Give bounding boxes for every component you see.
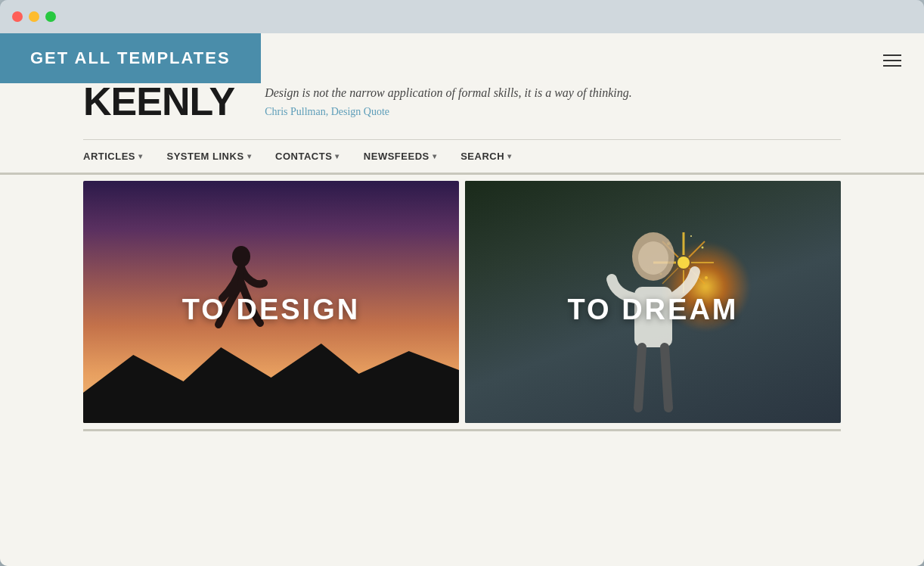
nav-label-contacts: CONTACTS <box>275 151 332 162</box>
bottom-divider <box>83 429 841 431</box>
tagline-author[interactable]: Chris Pullman, Design Quote <box>265 106 841 118</box>
nav-chevron-search: ▾ <box>507 152 512 160</box>
nav-chevron-system-links: ▾ <box>247 152 252 160</box>
browser-content: GET ALL TEMPLATES KEENLY Design is not t… <box>0 33 924 566</box>
panel-right-overlay-text: TO DREAM <box>568 294 739 326</box>
banner-text: GET ALL TEMPLATES <box>30 48 231 67</box>
image-panel-right[interactable]: TO DREAM <box>465 181 841 423</box>
nav-chevron-articles: ▾ <box>138 152 143 160</box>
tagline-text: Design is not the narrow application of … <box>265 85 841 101</box>
nav-item-system-links[interactable]: SYSTEM LINKS ▾ <box>155 140 264 173</box>
svg-marker-1 <box>83 344 459 423</box>
nav-item-articles[interactable]: ARTICLES ▾ <box>83 140 155 173</box>
mountain-silhouette <box>83 340 459 423</box>
traffic-light-yellow[interactable] <box>29 11 39 22</box>
nav-item-contacts[interactable]: CONTACTS ▾ <box>263 140 352 173</box>
nav-label-newsfeeds: NEWSFEEDS <box>364 151 429 162</box>
hamburger-line-2 <box>883 60 901 61</box>
traffic-lights <box>12 11 56 22</box>
hamburger-menu-button[interactable] <box>883 54 901 67</box>
nav-chevron-newsfeeds: ▾ <box>433 152 437 160</box>
traffic-light-green[interactable] <box>45 11 56 22</box>
image-panels: TO DESIGN <box>83 181 841 423</box>
panel-left-overlay-text: TO DESIGN <box>182 294 360 326</box>
hamburger-line-1 <box>883 54 901 56</box>
svg-point-17 <box>638 241 668 275</box>
traffic-light-red[interactable] <box>12 11 23 22</box>
browser-window: GET ALL TEMPLATES KEENLY Design is not t… <box>0 0 924 566</box>
site-logo: KEENLY <box>83 79 234 124</box>
nav-label-system-links: SYSTEM LINKS <box>167 151 244 162</box>
nav-label-articles: ARTICLES <box>83 151 135 162</box>
nav-chevron-contacts: ▾ <box>335 152 340 160</box>
image-panel-left[interactable]: TO DESIGN <box>83 181 459 423</box>
nav-label-search: SEARCH <box>460 151 504 162</box>
hamburger-line-3 <box>883 65 901 67</box>
site-nav: ARTICLES ▾ SYSTEM LINKS ▾ CONTACTS ▾ NEW… <box>0 140 924 175</box>
nav-item-newsfeeds[interactable]: NEWSFEEDS ▾ <box>352 140 448 173</box>
site-tagline: Design is not the narrow application of … <box>265 85 841 118</box>
top-banner[interactable]: GET ALL TEMPLATES <box>0 33 261 83</box>
browser-chrome <box>0 0 924 33</box>
nav-item-search[interactable]: SEARCH ▾ <box>448 140 523 173</box>
